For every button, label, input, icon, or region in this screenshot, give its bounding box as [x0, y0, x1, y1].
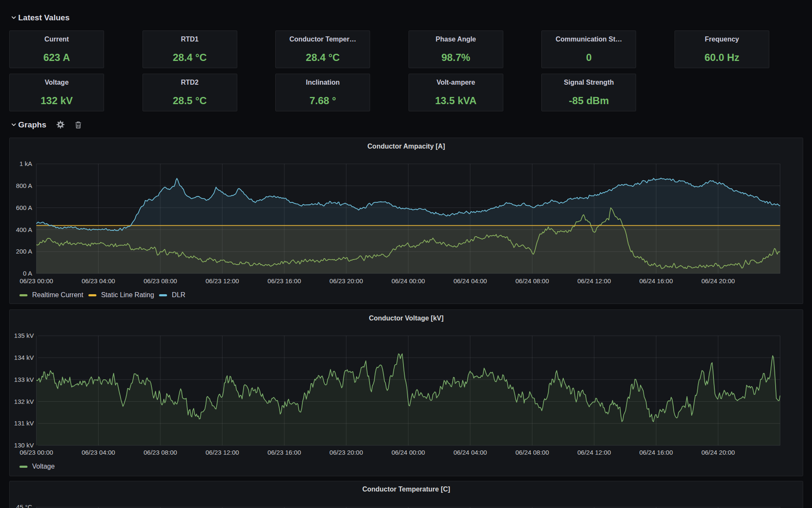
svg-text:45 °C: 45 °C	[16, 503, 32, 508]
